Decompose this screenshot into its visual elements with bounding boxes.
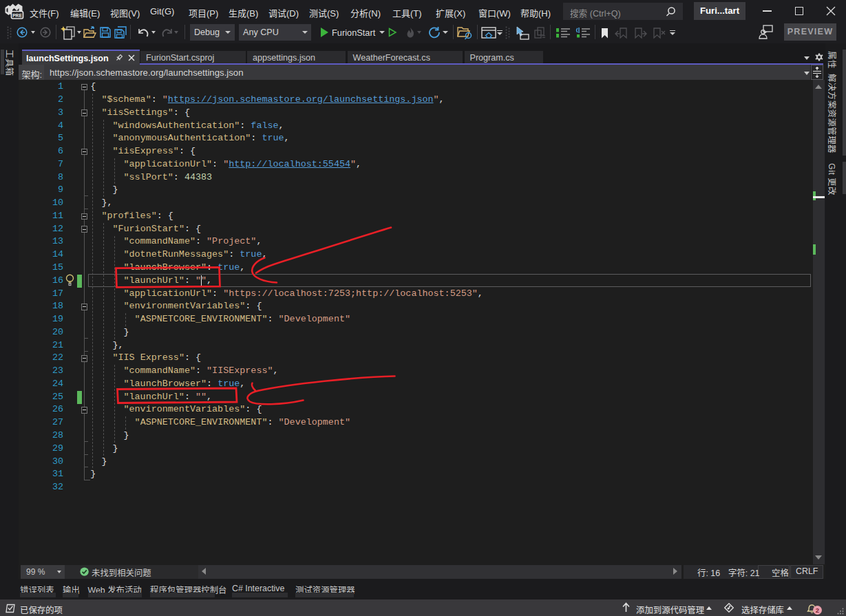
svg-text:PRE: PRE [12,13,22,18]
